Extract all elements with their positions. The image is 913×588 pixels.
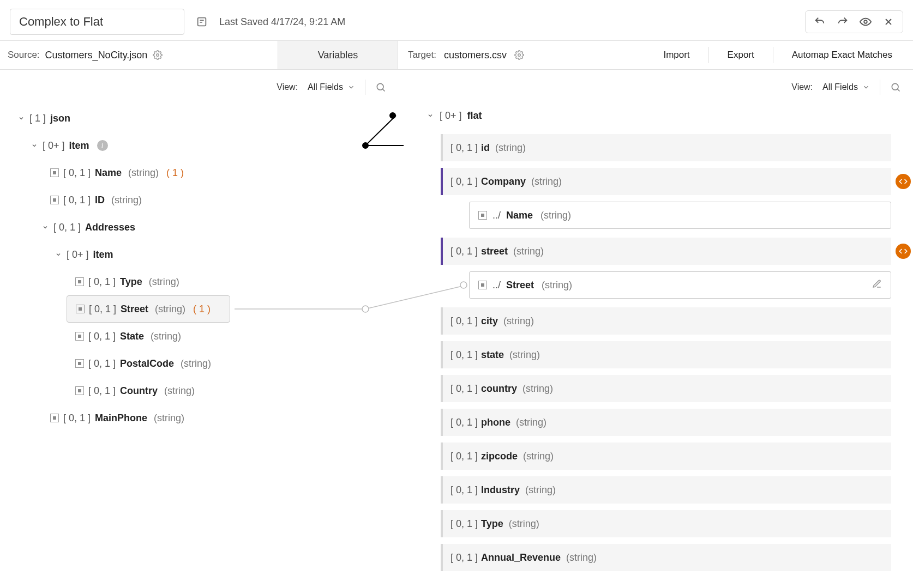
node-name: phone bbox=[481, 417, 510, 428]
info-icon[interactable]: i bbox=[97, 140, 108, 151]
node-type: (string) bbox=[164, 385, 195, 397]
top-bar: Last Saved 4/17/24, 9:21 AM bbox=[0, 0, 913, 40]
chevron-down-icon[interactable] bbox=[427, 112, 434, 119]
title-input[interactable] bbox=[10, 9, 184, 35]
import-button[interactable]: Import bbox=[652, 41, 700, 69]
mapping-chip[interactable]: ../ Street (string) bbox=[469, 271, 891, 299]
target-row-annual-revenue[interactable]: [ 0, 1 ] Annual_Revenue (string) bbox=[441, 544, 891, 571]
chevron-down-icon[interactable] bbox=[55, 251, 62, 258]
chip-path: ../ bbox=[492, 280, 501, 291]
target-row-id[interactable]: [ 0, 1 ] id (string) bbox=[441, 134, 891, 161]
cardinality: [ 0, 1 ] bbox=[451, 176, 478, 187]
target-row-city[interactable]: [ 0, 1 ] city (string) bbox=[441, 307, 891, 335]
chevron-down-icon[interactable] bbox=[41, 223, 49, 231]
source-node-json[interactable]: [ 1 ] json bbox=[11, 105, 398, 132]
cardinality: [ 0, 1 ] bbox=[451, 246, 478, 257]
node-name: Country bbox=[120, 385, 158, 397]
code-icon[interactable] bbox=[896, 244, 911, 259]
undo-icon[interactable] bbox=[813, 15, 826, 28]
node-type: (string) bbox=[509, 518, 539, 530]
chevron-down-icon[interactable] bbox=[17, 114, 25, 122]
target-row-zipcode[interactable]: [ 0, 1 ] zipcode (string) bbox=[441, 442, 891, 470]
source-field-postalcode[interactable]: [ 0, 1 ] PostalCode (string) bbox=[11, 350, 398, 377]
target-name: customers.csv bbox=[444, 50, 507, 61]
target-row-country[interactable]: [ 0, 1 ] country (string) bbox=[441, 375, 891, 402]
pencil-icon[interactable] bbox=[872, 279, 882, 292]
svg-point-3 bbox=[518, 54, 521, 57]
node-type: (string) bbox=[181, 358, 211, 369]
target-row-industry[interactable]: [ 0, 1 ] Industry (string) bbox=[441, 476, 891, 504]
node-type: (string) bbox=[516, 417, 546, 428]
mapping-chip[interactable]: ../ Name (string) bbox=[469, 202, 891, 229]
code-icon[interactable] bbox=[896, 174, 911, 189]
node-type: (string) bbox=[509, 349, 540, 361]
node-name: id bbox=[481, 142, 490, 154]
cardinality: [ 0, 1 ] bbox=[451, 552, 478, 563]
view-label: View: bbox=[277, 82, 298, 92]
export-button[interactable]: Export bbox=[717, 41, 765, 69]
source-field-street[interactable]: [ 0, 1 ] Street (string) ( 1 ) bbox=[67, 295, 230, 323]
chevron-down-icon[interactable] bbox=[31, 142, 38, 149]
close-icon[interactable] bbox=[882, 15, 895, 28]
chip-type: (string) bbox=[540, 210, 571, 221]
node-type: (string) bbox=[128, 167, 159, 179]
cardinality: [ 0, 1 ] bbox=[88, 385, 116, 397]
cardinality: [ 0, 1 ] bbox=[451, 142, 478, 154]
search-icon[interactable] bbox=[375, 82, 386, 93]
source-node-addresses[interactable]: [ 0, 1 ] Addresses bbox=[11, 214, 398, 241]
node-name: Name bbox=[95, 167, 122, 179]
source-field-mainphone[interactable]: [ 0, 1 ] MainPhone (string) bbox=[11, 404, 398, 432]
view-select[interactable]: All Fields bbox=[822, 82, 870, 92]
redo-icon[interactable] bbox=[836, 15, 849, 28]
header-bar: Source: Customers_NoCity.json Variables … bbox=[0, 40, 913, 70]
target-row-type[interactable]: [ 0, 1 ] Type (string) bbox=[441, 510, 891, 537]
node-name: city bbox=[481, 316, 498, 327]
node-name: country bbox=[481, 383, 517, 395]
source-field-name[interactable]: [ 0, 1 ] Name (string) ( 1 ) bbox=[11, 159, 398, 186]
field-icon bbox=[75, 359, 84, 368]
target-row-company[interactable]: [ 0, 1 ] Company (string) ../ Name (stri… bbox=[441, 168, 891, 231]
preview-icon[interactable] bbox=[859, 15, 872, 28]
automap-button[interactable]: Automap Exact Matches bbox=[781, 41, 903, 69]
search-icon[interactable] bbox=[890, 82, 901, 93]
target-node-flat[interactable]: [ 0+ ] flat bbox=[398, 105, 891, 126]
view-bar: View: All Fields View: All Fields bbox=[0, 70, 913, 105]
source-node-item[interactable]: [ 0+ ] item i bbox=[11, 132, 398, 159]
node-name: Addresses bbox=[85, 222, 135, 233]
cardinality: [ 0, 1 ] bbox=[89, 304, 116, 315]
source-field-id[interactable]: [ 0, 1 ] ID (string) bbox=[11, 186, 398, 214]
cardinality: [ 0+ ] bbox=[67, 249, 89, 260]
gear-icon[interactable] bbox=[153, 50, 163, 60]
tab-variables[interactable]: Variables bbox=[278, 41, 398, 69]
node-name: Industry bbox=[481, 484, 520, 496]
map-count: ( 1 ) bbox=[193, 304, 211, 315]
view-selected-value: All Fields bbox=[822, 82, 858, 92]
node-type: (string) bbox=[149, 276, 179, 288]
gear-icon[interactable] bbox=[514, 50, 524, 60]
action-box bbox=[805, 10, 903, 33]
view-select[interactable]: All Fields bbox=[308, 82, 355, 92]
source-header: Source: Customers_NoCity.json bbox=[0, 41, 278, 69]
cardinality: [ 0, 1 ] bbox=[451, 484, 478, 496]
chip-type: (string) bbox=[542, 280, 572, 291]
chevron-down-icon bbox=[347, 83, 355, 91]
field-icon bbox=[75, 277, 84, 286]
source-field-state[interactable]: [ 0, 1 ] State (string) bbox=[11, 323, 398, 350]
node-type: (string) bbox=[522, 383, 553, 395]
field-icon bbox=[478, 281, 487, 289]
source-node-addr-item[interactable]: [ 0+ ] item bbox=[11, 241, 398, 268]
node-name: Annual_Revenue bbox=[481, 552, 561, 563]
node-type: (string) bbox=[111, 195, 142, 206]
node-name: State bbox=[120, 331, 144, 342]
target-row-state[interactable]: [ 0, 1 ] state (string) bbox=[441, 341, 891, 368]
cardinality: [ 0, 1 ] bbox=[451, 349, 478, 361]
chip-name: Name bbox=[506, 210, 533, 221]
target-row-street[interactable]: [ 0, 1 ] street (string) ../ Street (str… bbox=[441, 238, 891, 301]
field-icon bbox=[76, 305, 85, 313]
cardinality: [ 0, 1 ] bbox=[88, 331, 116, 342]
source-field-type[interactable]: [ 0, 1 ] Type (string) bbox=[11, 268, 398, 295]
target-row-phone[interactable]: [ 0, 1 ] phone (string) bbox=[441, 409, 891, 436]
notes-icon[interactable] bbox=[195, 15, 208, 28]
source-field-country[interactable]: [ 0, 1 ] Country (string) bbox=[11, 377, 398, 404]
cardinality: [ 0, 1 ] bbox=[451, 316, 478, 327]
